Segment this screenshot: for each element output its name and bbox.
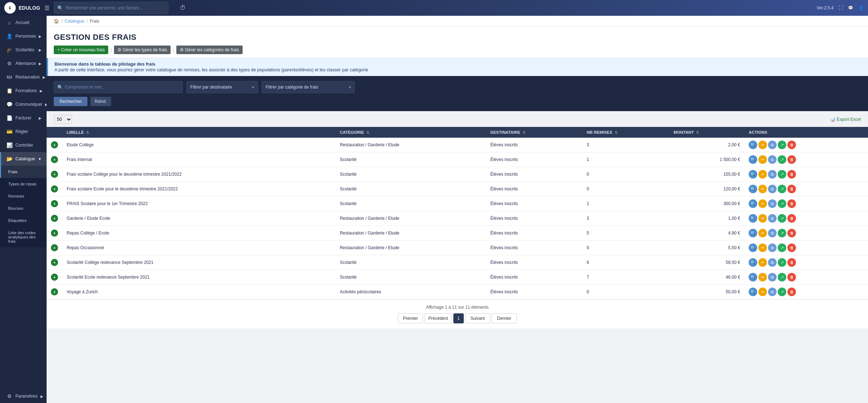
keyword-search-input[interactable] xyxy=(54,81,183,93)
sidebar-item-catalogue[interactable]: 📂 Catalogue ▼ xyxy=(0,152,47,166)
action-share-button[interactable]: ↗ xyxy=(778,229,786,237)
search-button[interactable]: Rechercher xyxy=(54,97,87,106)
action-share-button[interactable]: ↗ xyxy=(778,185,786,193)
row-add-button[interactable]: + xyxy=(51,229,58,237)
action-share-button[interactable]: ↗ xyxy=(778,170,786,179)
action-search-button[interactable]: 🔍 xyxy=(749,243,757,252)
history-icon[interactable]: ⏱ xyxy=(180,5,186,11)
create-frais-button[interactable]: + Créer un nouveau frais xyxy=(54,46,108,54)
action-edit-button[interactable]: ✏ xyxy=(758,141,767,149)
action-share-button[interactable]: ↗ xyxy=(778,141,786,149)
action-share-button[interactable]: ↗ xyxy=(778,243,786,252)
row-add-button[interactable]: + xyxy=(51,141,58,148)
user-icon[interactable]: 👤 xyxy=(858,5,864,10)
row-add-button[interactable]: + xyxy=(51,244,58,251)
manage-types-button[interactable]: ⚙ Gérer les types de frais xyxy=(114,46,171,54)
action-share-button[interactable]: ↗ xyxy=(778,155,786,164)
action-delete-button[interactable]: 🗑 xyxy=(787,214,796,223)
global-search-input[interactable] xyxy=(54,2,168,14)
action-delete-button[interactable]: 🗑 xyxy=(787,258,796,267)
action-search-button[interactable]: 🔍 xyxy=(749,199,757,208)
sidebar-item-communiquer[interactable]: 💬 Communiquer ▶ xyxy=(0,98,47,111)
col-nb-remises[interactable]: NB REMISES ⇅ xyxy=(582,127,669,138)
action-share-button[interactable]: ↗ xyxy=(778,214,786,223)
sidebar-sub-types-repas[interactable]: Types de repas xyxy=(0,178,47,190)
action-edit-button[interactable]: ✏ xyxy=(758,229,767,237)
fullscreen-icon[interactable]: ⛶ xyxy=(839,5,843,10)
breadcrumb-catalogue[interactable]: Catalogue xyxy=(65,19,84,24)
manage-categories-button[interactable]: ⚙ Gérer les catégories de frais xyxy=(176,46,243,54)
action-copy-button[interactable]: ⧉ xyxy=(768,214,777,223)
action-copy-button[interactable]: ⧉ xyxy=(768,288,777,296)
action-delete-button[interactable]: 🗑 xyxy=(787,273,796,281)
action-edit-button[interactable]: ✏ xyxy=(758,258,767,267)
sidebar-item-regler[interactable]: 💳 Régler xyxy=(0,125,47,138)
action-search-button[interactable]: 🔍 xyxy=(749,185,757,193)
action-search-button[interactable]: 🔍 xyxy=(749,170,757,179)
action-edit-button[interactable]: ✏ xyxy=(758,155,767,164)
action-search-button[interactable]: 🔍 xyxy=(749,258,757,267)
hamburger-icon[interactable]: ☰ xyxy=(44,5,49,11)
categorie-filter[interactable]: Filtrer par catégorie de frais xyxy=(262,81,355,93)
sidebar-sub-codes-analytiques[interactable]: Liste des codes analytiques des frais xyxy=(0,227,47,247)
action-edit-button[interactable]: ✏ xyxy=(758,288,767,296)
action-search-button[interactable]: 🔍 xyxy=(749,155,757,164)
row-add-button[interactable]: + xyxy=(51,171,58,178)
row-add-button[interactable]: + xyxy=(51,215,58,222)
col-montant[interactable]: MONTANT ⇅ xyxy=(669,127,745,138)
row-add-button[interactable]: + xyxy=(51,156,58,163)
chat-icon[interactable]: 💬 xyxy=(848,5,853,10)
action-copy-button[interactable]: ⧉ xyxy=(768,185,777,193)
sidebar-sub-remises[interactable]: Remises xyxy=(0,190,47,202)
action-search-button[interactable]: 🔍 xyxy=(749,214,757,223)
prev-page-button[interactable]: Précédent xyxy=(424,313,452,323)
action-share-button[interactable]: ↗ xyxy=(778,199,786,208)
reset-button[interactable]: Réinit. xyxy=(90,97,111,106)
action-copy-button[interactable]: ⧉ xyxy=(768,141,777,149)
sidebar-sub-frais[interactable]: Frais xyxy=(0,166,47,178)
action-edit-button[interactable]: ✏ xyxy=(758,273,767,281)
action-delete-button[interactable]: 🗑 xyxy=(787,199,796,208)
page-1-button[interactable]: 1 xyxy=(453,313,464,323)
col-libelle[interactable]: LIBELLÉ ⇅ xyxy=(62,127,335,138)
action-delete-button[interactable]: 🗑 xyxy=(787,185,796,193)
action-copy-button[interactable]: ⧉ xyxy=(768,155,777,164)
sidebar-item-personnes[interactable]: 👤 Personnes ▶ xyxy=(0,29,47,43)
destinataire-filter[interactable]: Filtrer par destinataire xyxy=(186,81,258,93)
row-add-button[interactable]: + xyxy=(51,185,58,193)
action-edit-button[interactable]: ✏ xyxy=(758,214,767,223)
sidebar-item-facturer[interactable]: 📄 Facturer ▶ xyxy=(0,111,47,125)
action-search-button[interactable]: 🔍 xyxy=(749,288,757,296)
sidebar-item-alternance[interactable]: ⚙ Alternance ▶ xyxy=(0,57,47,70)
sidebar-item-parametres[interactable]: ⚙ Paramètres ▶ xyxy=(0,389,47,403)
first-page-button[interactable]: Premier xyxy=(398,313,423,323)
action-edit-button[interactable]: ✏ xyxy=(758,185,767,193)
sidebar-sub-etiquettes[interactable]: Étiquettes xyxy=(0,214,47,227)
action-delete-button[interactable]: 🗑 xyxy=(787,288,796,296)
action-share-button[interactable]: ↗ xyxy=(778,258,786,267)
action-delete-button[interactable]: 🗑 xyxy=(787,141,796,149)
action-copy-button[interactable]: ⧉ xyxy=(768,243,777,252)
action-search-button[interactable]: 🔍 xyxy=(749,229,757,237)
action-copy-button[interactable]: ⧉ xyxy=(768,170,777,179)
sidebar-item-accueil[interactable]: ⌂ Accueil xyxy=(0,16,47,29)
export-excel-button[interactable]: 📊 Export Excel xyxy=(830,117,861,122)
action-copy-button[interactable]: ⧉ xyxy=(768,258,777,267)
row-add-button[interactable]: + xyxy=(51,288,58,295)
row-add-button[interactable]: + xyxy=(51,259,58,266)
action-edit-button[interactable]: ✏ xyxy=(758,243,767,252)
action-copy-button[interactable]: ⧉ xyxy=(768,273,777,281)
next-page-button[interactable]: Suivant xyxy=(465,313,490,323)
action-delete-button[interactable]: 🗑 xyxy=(787,229,796,237)
action-copy-button[interactable]: ⧉ xyxy=(768,229,777,237)
action-copy-button[interactable]: ⧉ xyxy=(768,199,777,208)
col-categorie[interactable]: CATÉGORIE ⇅ xyxy=(335,127,486,138)
sidebar-item-formations[interactable]: 📋 Formations ▶ xyxy=(0,84,47,98)
col-destinataire[interactable]: DESTINATAIRE ⇅ xyxy=(486,127,582,138)
sidebar-sub-bourses[interactable]: Bourses xyxy=(0,202,47,214)
per-page-select[interactable]: 50 25 100 xyxy=(54,115,72,124)
action-edit-button[interactable]: ✏ xyxy=(758,199,767,208)
sidebar-item-scolarites[interactable]: 🎓 Scolarités ▶ xyxy=(0,43,47,57)
action-search-button[interactable]: 🔍 xyxy=(749,273,757,281)
action-search-button[interactable]: 🔍 xyxy=(749,141,757,149)
